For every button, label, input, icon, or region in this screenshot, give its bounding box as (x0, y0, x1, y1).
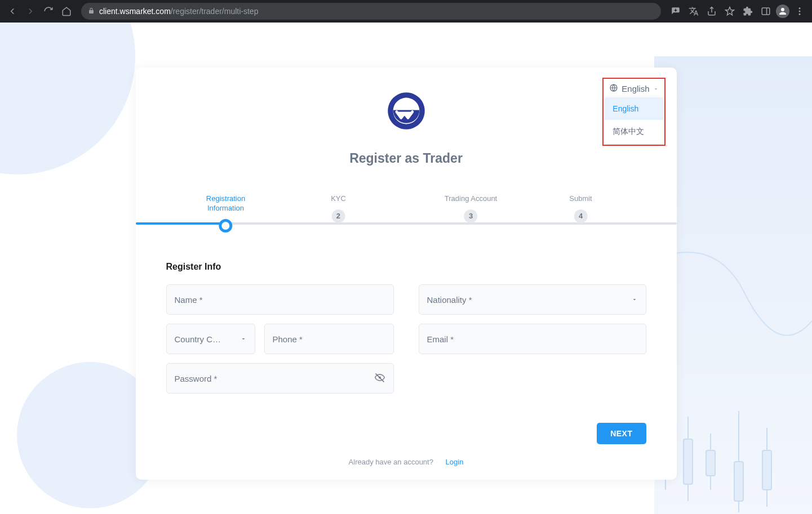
email-input[interactable] (427, 334, 638, 344)
back-button[interactable] (5, 3, 20, 19)
section-title: Register Info (166, 262, 646, 272)
svg-point-4 (799, 14, 801, 15)
profile-icon[interactable] (776, 5, 789, 18)
name-input[interactable] (175, 295, 385, 305)
lock-icon (88, 7, 95, 16)
toggle-password-visibility-icon[interactable] (374, 372, 385, 385)
svg-rect-13 (734, 462, 743, 501)
globe-icon (609, 83, 618, 94)
svg-point-2 (799, 7, 801, 9)
bg-decoration (654, 56, 812, 514)
chevron-down-icon (240, 334, 247, 344)
home-button[interactable] (59, 3, 74, 19)
svg-rect-15 (762, 450, 771, 490)
page-title: Register as Trader (349, 151, 463, 166)
svg-rect-0 (762, 8, 770, 15)
language-selector-highlight: English English 简体中文 (602, 78, 665, 146)
browser-toolbar: client.wsmarket.com/register/trader/mult… (0, 0, 812, 23)
language-trigger[interactable]: English (605, 80, 663, 97)
login-link[interactable]: Login (446, 458, 464, 466)
nationality-select[interactable]: Nationality * (419, 284, 646, 315)
share-icon[interactable] (704, 3, 720, 19)
address-bar[interactable]: client.wsmarket.com/register/trader/mult… (81, 3, 661, 20)
chevron-down-icon (653, 84, 659, 93)
step-label: Registration Information (206, 194, 245, 213)
language-current-label: English (622, 84, 649, 93)
svg-rect-9 (684, 439, 693, 484)
login-prompt-row: Already have an account? Login (136, 458, 677, 466)
password-input[interactable] (175, 374, 374, 383)
bookmark-icon[interactable] (722, 3, 738, 19)
step-registration-info: Registration Information (206, 194, 245, 233)
candlestick-bg-icon (654, 56, 812, 514)
svg-point-3 (799, 11, 801, 12)
step-kyc: KYC 2 (331, 194, 346, 223)
language-option-english[interactable]: English (605, 97, 663, 120)
phone-field[interactable] (264, 324, 394, 354)
forward-button[interactable] (23, 3, 38, 19)
install-app-icon[interactable] (668, 3, 684, 19)
phone-input[interactable] (273, 334, 385, 344)
step-number: 2 (331, 209, 345, 223)
step-submit: Submit 4 (569, 194, 592, 223)
nationality-placeholder: Nationality * (427, 295, 472, 305)
step-number: 4 (574, 209, 588, 223)
url-text: client.wsmarket.com/register/trader/mult… (99, 7, 258, 16)
brand-logo-icon (384, 89, 428, 135)
step-label: Trading Account (445, 194, 497, 204)
svg-rect-11 (706, 450, 715, 476)
chevron-down-icon (631, 295, 638, 305)
login-prompt-text: Already have an account? (349, 458, 433, 466)
step-label: KYC (331, 194, 346, 204)
name-field[interactable] (166, 284, 394, 315)
progress-stepper: Registration Information KYC 2 Trading A… (136, 194, 677, 234)
country-code-select[interactable]: Country Cod… (166, 324, 255, 354)
language-option-chinese[interactable]: 简体中文 (605, 120, 663, 144)
reload-button[interactable] (41, 3, 56, 19)
translate-icon[interactable] (686, 3, 702, 19)
extensions-icon[interactable] (740, 3, 756, 19)
step-label: Submit (569, 194, 592, 204)
bg-decoration (0, 23, 135, 175)
language-menu: English 简体中文 (605, 97, 663, 144)
password-field[interactable] (166, 363, 394, 394)
registration-card: English English 简体中文 Register as Trader (136, 68, 677, 480)
menu-icon[interactable] (792, 3, 807, 19)
register-form: Register Info Nationality * Country Cod… (136, 262, 677, 394)
step-number: 3 (464, 209, 478, 223)
step-trading-account: Trading Account 3 (445, 194, 497, 223)
next-button[interactable]: NEXT (597, 423, 646, 444)
country-code-placeholder: Country Cod… (175, 334, 225, 344)
email-field[interactable] (419, 324, 646, 354)
sidepanel-icon[interactable] (758, 3, 774, 19)
